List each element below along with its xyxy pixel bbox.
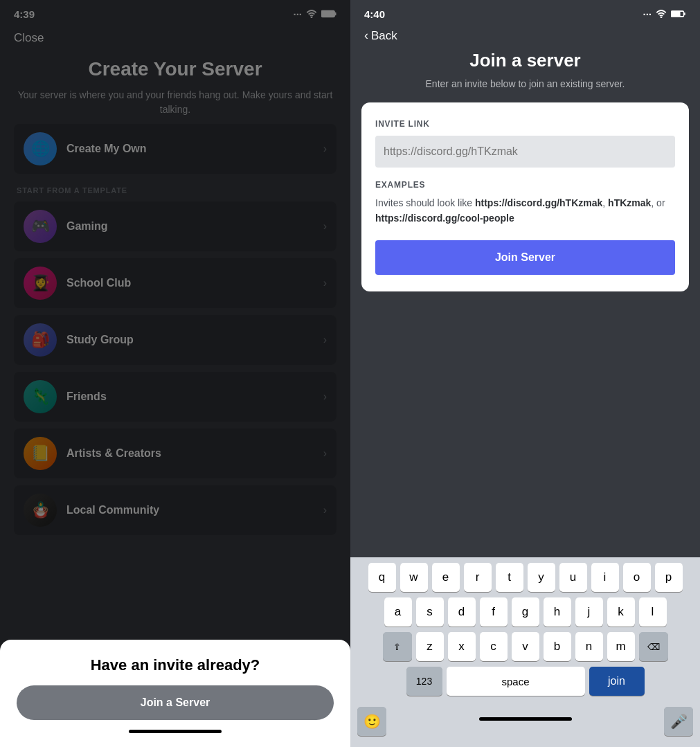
- space-key[interactable]: space: [447, 667, 585, 696]
- artists-creators-item[interactable]: 📒 Artists & Creators ›: [14, 429, 336, 478]
- key-d[interactable]: d: [448, 597, 476, 627]
- key-r[interactable]: r: [464, 563, 492, 592]
- key-s[interactable]: s: [416, 597, 444, 627]
- local-community-item[interactable]: 🪆 Local Community ›: [14, 485, 336, 535]
- local-community-icon: 🪆: [24, 494, 57, 527]
- key-v[interactable]: v: [512, 632, 539, 661]
- svg-rect-1: [321, 10, 334, 17]
- back-chevron-icon: ‹: [364, 28, 368, 43]
- emoji-key[interactable]: 🙂: [357, 707, 386, 736]
- bottom-sheet-title: Have an invite already?: [17, 656, 334, 674]
- create-title: Create Your Server: [14, 57, 336, 81]
- keyboard-row-1: q w e r t y u i o p: [353, 563, 697, 592]
- school-club-icon: 👩‍🎓: [24, 267, 57, 300]
- template-section-label: START FROM A TEMPLATE: [14, 186, 336, 195]
- chevron-icon: ›: [323, 143, 327, 155]
- key-j[interactable]: j: [575, 597, 603, 627]
- create-my-own-label: Create My Own: [66, 143, 323, 155]
- left-status-bar: 4:39 ···: [0, 0, 350, 26]
- keyboard-rows: q w e r t y u i o p a s d f g h j k: [350, 557, 700, 704]
- study-group-label: Study Group: [66, 334, 323, 346]
- friends-item[interactable]: 🦎 Friends ›: [14, 372, 336, 422]
- right-wifi-icon: [656, 8, 667, 20]
- keyboard-bottom-row: 🙂 🎤: [350, 704, 700, 747]
- key-o[interactable]: o: [623, 563, 651, 592]
- shift-key[interactable]: ⇧: [383, 632, 412, 661]
- right-signal-icon: ···: [643, 8, 652, 20]
- keyboard-row-2: a s d f g h j k l: [353, 597, 697, 627]
- friends-label: Friends: [66, 390, 323, 403]
- examples-text: Invites should look like https://discord…: [375, 195, 675, 226]
- key-y[interactable]: y: [528, 563, 555, 592]
- gaming-item[interactable]: 🎮 Gaming ›: [14, 201, 336, 251]
- home-indicator-right: [479, 717, 572, 721]
- key-i[interactable]: i: [591, 563, 619, 592]
- study-group-icon: 🎒: [24, 323, 57, 357]
- svg-rect-5: [681, 12, 683, 16]
- examples-label: EXAMPLES: [375, 180, 675, 190]
- chevron-icon: ›: [323, 334, 327, 346]
- keyboard-join-key[interactable]: join: [589, 667, 645, 696]
- right-panel: 4:40 ··· ‹ Back Join a server Enter an i…: [350, 0, 700, 747]
- join-a-server-button[interactable]: Join a Server: [17, 685, 334, 720]
- close-button[interactable]: Close: [0, 26, 350, 51]
- mic-key[interactable]: 🎤: [664, 707, 693, 736]
- school-club-label: School Club: [66, 277, 323, 289]
- key-p[interactable]: p: [655, 563, 683, 592]
- create-subtitle: Your server is where you and your friend…: [14, 88, 336, 117]
- back-button[interactable]: ‹ Back: [350, 26, 700, 43]
- create-my-own-icon: 🌐: [24, 132, 57, 165]
- key-x[interactable]: x: [448, 632, 476, 661]
- key-n[interactable]: n: [575, 632, 603, 661]
- backspace-key[interactable]: ⌫: [639, 632, 668, 661]
- chevron-icon: ›: [323, 504, 327, 516]
- key-q[interactable]: q: [368, 563, 396, 592]
- key-u[interactable]: u: [559, 563, 587, 592]
- keyboard-row-4: 123 space join: [353, 667, 697, 696]
- keyboard-row-3: ⇧ z x c v b n m ⌫: [353, 632, 697, 661]
- right-status-bar: 4:40 ···: [350, 0, 700, 26]
- artists-creators-icon: 📒: [24, 437, 57, 470]
- key-z[interactable]: z: [416, 632, 444, 661]
- left-status-icons: ···: [293, 8, 336, 20]
- key-w[interactable]: w: [400, 563, 428, 592]
- svg-point-0: [311, 17, 313, 18]
- key-b[interactable]: b: [544, 632, 571, 661]
- key-t[interactable]: t: [496, 563, 523, 592]
- join-server-subtitle: Enter an invite below to join an existin…: [367, 77, 683, 91]
- artists-creators-label: Artists & Creators: [66, 447, 323, 460]
- invite-link-input[interactable]: [375, 136, 675, 168]
- left-battery-icon: [321, 8, 336, 20]
- key-g[interactable]: g: [512, 597, 539, 627]
- study-group-item[interactable]: 🎒 Study Group ›: [14, 315, 336, 365]
- key-l[interactable]: l: [639, 597, 667, 627]
- friends-icon: 🦎: [24, 380, 57, 413]
- right-battery-icon: [671, 8, 686, 20]
- left-signal-icon: ···: [293, 8, 302, 20]
- left-panel: 4:39 ··· Close Create Your Server Your s…: [0, 0, 350, 747]
- school-club-item[interactable]: 👩‍🎓 School Club ›: [14, 258, 336, 308]
- chevron-icon: ›: [323, 220, 327, 233]
- chevron-icon: ›: [323, 447, 327, 460]
- key-a[interactable]: a: [384, 597, 412, 627]
- key-e[interactable]: e: [432, 563, 460, 592]
- key-m[interactable]: m: [607, 632, 635, 661]
- join-server-header: Join a server Enter an invite below to j…: [350, 43, 700, 102]
- key-h[interactable]: h: [544, 597, 571, 627]
- invite-link-label: INVITE LINK: [375, 119, 675, 129]
- chevron-icon: ›: [323, 277, 327, 289]
- home-indicator-left: [129, 730, 222, 733]
- join-server-button[interactable]: Join Server: [375, 240, 675, 275]
- left-time: 4:39: [14, 8, 35, 20]
- key-c[interactable]: c: [480, 632, 508, 661]
- join-server-title: Join a server: [367, 50, 683, 71]
- svg-rect-6: [684, 12, 685, 15]
- numbers-key[interactable]: 123: [406, 667, 442, 696]
- svg-rect-2: [335, 12, 336, 16]
- local-community-label: Local Community: [66, 504, 323, 516]
- key-k[interactable]: k: [607, 597, 635, 627]
- create-my-own-item[interactable]: 🌐 Create My Own ›: [14, 124, 336, 174]
- chevron-icon: ›: [323, 390, 327, 403]
- key-f[interactable]: f: [480, 597, 508, 627]
- keyboard: q w e r t y u i o p a s d f g h j k: [350, 557, 700, 747]
